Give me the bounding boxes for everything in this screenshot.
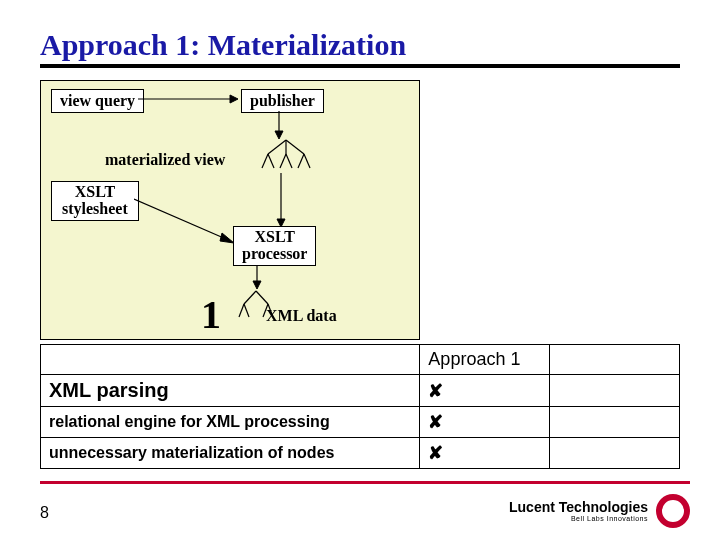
arrow-matview-to-processor: [273, 173, 289, 227]
row-label-materialization: unnecessary materialization of nodes: [41, 438, 420, 469]
arrow-stylesheet-to-processor: [134, 191, 234, 251]
mark-cell: ✘: [420, 407, 550, 438]
svg-line-10: [256, 291, 268, 304]
mark-cell: ✘: [420, 438, 550, 469]
label-materialized-view: materialized view: [105, 151, 225, 169]
table-row: unnecessary materialization of nodes ✘: [41, 438, 680, 469]
lucent-ring-icon: [656, 494, 690, 528]
svg-line-9: [244, 291, 256, 304]
svg-line-5: [280, 154, 286, 168]
row-label-relational: relational engine for XML processing: [41, 407, 420, 438]
table-header-approach: Approach 1: [420, 345, 550, 375]
svg-marker-18: [275, 131, 283, 139]
svg-line-12: [244, 304, 249, 317]
box-xslt-processor: XSLT processor: [233, 226, 316, 266]
step-number: 1: [201, 291, 221, 338]
svg-line-14: [268, 304, 273, 317]
slide-title: Approach 1: Materialization: [40, 28, 680, 62]
svg-line-19: [134, 199, 226, 239]
diagram-container: view query publisher materialized view X…: [40, 80, 420, 340]
footer-rule: [40, 481, 690, 484]
mark-cell: ✘: [420, 375, 550, 407]
arrow-viewquery-to-publisher: [138, 89, 238, 109]
box-xslt-stylesheet: XSLT stylesheet: [51, 181, 139, 221]
title-rule: [40, 64, 680, 68]
svg-line-13: [263, 304, 268, 317]
tree-icon-lower: [236, 288, 276, 323]
svg-line-7: [298, 154, 304, 168]
box-view-query: view query: [51, 89, 144, 113]
svg-line-0: [268, 140, 286, 154]
svg-marker-22: [277, 219, 285, 227]
svg-line-11: [239, 304, 244, 317]
table-row: XML parsing ✘: [41, 375, 680, 407]
svg-line-2: [286, 140, 304, 154]
label-xml-data: XML data: [266, 307, 337, 325]
page-number: 8: [40, 504, 49, 522]
tree-icon-upper: [256, 136, 316, 176]
svg-marker-24: [253, 281, 261, 289]
footer-tagline: Bell Labs Innovations: [509, 515, 648, 522]
svg-line-4: [268, 154, 274, 168]
svg-line-8: [304, 154, 310, 168]
footer-brand: Lucent Technologies: [509, 499, 648, 515]
svg-marker-16: [230, 95, 238, 103]
box-publisher: publisher: [241, 89, 324, 113]
footer-logo: Lucent Technologies Bell Labs Innovation…: [509, 494, 690, 528]
row-label-xml-parsing: XML parsing: [41, 375, 420, 407]
arrow-publisher-down: [271, 111, 287, 139]
arrow-processor-down: [249, 265, 265, 289]
table-row: relational engine for XML processing ✘: [41, 407, 680, 438]
svg-marker-20: [220, 233, 234, 243]
comparison-table: Approach 1 XML parsing ✘ relational engi…: [40, 344, 680, 469]
svg-line-3: [262, 154, 268, 168]
svg-line-6: [286, 154, 292, 168]
